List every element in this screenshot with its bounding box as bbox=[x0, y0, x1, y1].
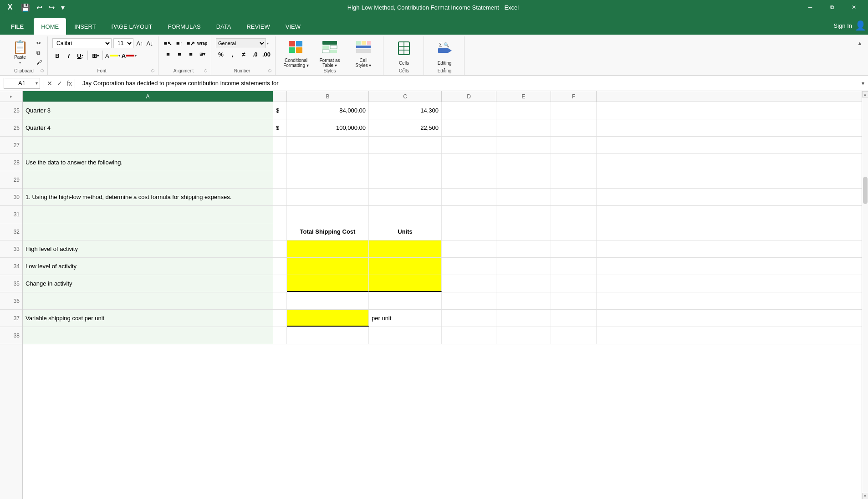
cell-f38[interactable] bbox=[551, 327, 597, 344]
cell-e36[interactable] bbox=[496, 292, 551, 309]
cell-b25[interactable]: 84,000.00 bbox=[287, 102, 369, 119]
cell-e33[interactable] bbox=[496, 240, 551, 257]
cell-e31[interactable] bbox=[496, 206, 551, 223]
cell-f28[interactable] bbox=[551, 154, 597, 171]
tab-page-layout[interactable]: PAGE LAYOUT bbox=[104, 18, 160, 35]
borders-button[interactable]: ⊞▾ bbox=[90, 51, 100, 61]
collapse-ribbon-btn[interactable]: ▲ bbox=[855, 38, 864, 48]
font-color-button[interactable]: A ▾ bbox=[122, 51, 137, 61]
cell-d38[interactable] bbox=[442, 327, 496, 344]
cell-b32[interactable]: Total Shipping Cost bbox=[287, 223, 369, 240]
row-num-27[interactable]: 27 bbox=[0, 137, 22, 154]
currency-btn[interactable]: ≠ bbox=[239, 49, 249, 59]
cell-c26[interactable]: 22,500 bbox=[369, 119, 442, 136]
row-num-36[interactable]: 36 bbox=[0, 292, 22, 310]
formula-bar-expand-btn[interactable]: ▾ bbox=[862, 80, 864, 87]
insert-function-icon[interactable]: fx bbox=[65, 79, 74, 88]
cell-a25[interactable]: Quarter 3 bbox=[23, 102, 273, 119]
cell-f37[interactable] bbox=[551, 310, 597, 327]
cell-c25[interactable]: 14,300 bbox=[369, 102, 442, 119]
cell-e37[interactable] bbox=[496, 310, 551, 327]
cell-ref-dropdown-arrow[interactable]: ▾ bbox=[36, 81, 38, 86]
cell-c31[interactable] bbox=[369, 206, 442, 223]
font-expand-icon[interactable]: ⬡ bbox=[151, 69, 154, 73]
cell-e29[interactable] bbox=[496, 171, 551, 188]
cell-f35[interactable] bbox=[551, 275, 597, 292]
alignment-expand-icon[interactable]: ⬡ bbox=[204, 69, 207, 73]
cell-d31[interactable] bbox=[442, 206, 496, 223]
cell-a35[interactable]: Change in activity bbox=[23, 275, 273, 292]
cell-a34[interactable]: Low level of activity bbox=[23, 258, 273, 275]
cell-a28[interactable]: Use the data to answer the following. bbox=[23, 154, 273, 171]
scroll-down-btn[interactable]: ▼ bbox=[862, 493, 868, 499]
col-header-c[interactable]: C bbox=[369, 91, 442, 102]
cell-f27[interactable] bbox=[551, 137, 597, 153]
cell-c33[interactable] bbox=[369, 240, 442, 257]
undo-quick-btn[interactable]: ↩ bbox=[35, 2, 44, 13]
close-btn[interactable]: ✕ bbox=[843, 0, 864, 15]
align-top-right-btn[interactable]: ≡↗ bbox=[186, 38, 196, 48]
cell-c28[interactable] bbox=[369, 154, 442, 171]
cell-c27[interactable] bbox=[369, 137, 442, 153]
cell-c30[interactable] bbox=[369, 189, 442, 205]
cell-b31[interactable] bbox=[287, 206, 369, 223]
tab-data[interactable]: DATA bbox=[209, 18, 239, 35]
cell-d34[interactable] bbox=[442, 258, 496, 275]
cell-styles-button[interactable]: CellStyles ▾ bbox=[347, 38, 379, 67]
cell-b36-dollar[interactable] bbox=[273, 292, 287, 309]
cell-d29[interactable] bbox=[442, 171, 496, 188]
row-num-32[interactable]: 32 bbox=[0, 223, 22, 240]
cell-d27[interactable] bbox=[442, 137, 496, 153]
increase-decimal-btn[interactable]: .00 bbox=[261, 49, 271, 59]
cell-c29[interactable] bbox=[369, 171, 442, 188]
cell-b35[interactable] bbox=[287, 275, 369, 292]
number-format-arrow[interactable]: ▾ bbox=[267, 41, 269, 46]
cell-e32[interactable] bbox=[496, 223, 551, 240]
row-num-37[interactable]: 37 bbox=[0, 310, 22, 327]
cell-b26-dollar[interactable]: $ bbox=[273, 119, 287, 136]
format-painter-button[interactable]: 🖌 bbox=[35, 58, 44, 67]
align-top-center-btn[interactable]: ≡↑ bbox=[174, 38, 184, 48]
cell-b35-dollar[interactable] bbox=[273, 275, 287, 292]
bold-button[interactable]: B bbox=[52, 51, 62, 61]
cell-d36[interactable] bbox=[442, 292, 496, 309]
cell-e38[interactable] bbox=[496, 327, 551, 344]
align-left-btn[interactable]: ≡ bbox=[163, 49, 173, 59]
cell-e27[interactable] bbox=[496, 137, 551, 153]
cell-d35[interactable] bbox=[442, 275, 496, 292]
vertical-scrollbar[interactable]: ▲ ▼ bbox=[862, 91, 868, 499]
row-num-29[interactable]: 29 bbox=[0, 171, 22, 189]
cell-e34[interactable] bbox=[496, 258, 551, 275]
cell-b38[interactable] bbox=[287, 327, 369, 344]
col-header-e[interactable]: E bbox=[496, 91, 551, 102]
corner-cell[interactable]: ▸ bbox=[0, 91, 22, 102]
cut-button[interactable]: ✂ bbox=[35, 39, 44, 48]
cell-d37[interactable] bbox=[442, 310, 496, 327]
cell-b26[interactable]: 100,000.00 bbox=[287, 119, 369, 136]
comma-btn[interactable]: , bbox=[227, 49, 237, 59]
cell-b29-dollar[interactable] bbox=[273, 171, 287, 188]
merge-cells-btn[interactable]: ⊞▾ bbox=[197, 49, 207, 59]
scroll-thumb-v[interactable] bbox=[863, 177, 868, 204]
col-header-f[interactable]: F bbox=[551, 91, 597, 102]
more-quick-btn[interactable]: ▾ bbox=[59, 2, 66, 13]
font-size-select[interactable]: 11 bbox=[113, 38, 133, 48]
italic-button[interactable]: I bbox=[64, 51, 74, 61]
copy-button[interactable]: ⧉ bbox=[35, 48, 44, 57]
font-name-select[interactable]: Calibri bbox=[52, 38, 112, 48]
cell-f32[interactable] bbox=[551, 223, 597, 240]
row-num-26[interactable]: 26 bbox=[0, 119, 22, 137]
cell-c37[interactable]: per unit bbox=[369, 310, 442, 327]
cell-b29[interactable] bbox=[287, 171, 369, 188]
cell-a30[interactable]: 1. Using the high-low method, determine … bbox=[23, 189, 273, 205]
tab-formulas[interactable]: FORMULAS bbox=[160, 18, 208, 35]
cell-f31[interactable] bbox=[551, 206, 597, 223]
cell-f29[interactable] bbox=[551, 171, 597, 188]
cell-e25[interactable] bbox=[496, 102, 551, 119]
paste-dropdown-arrow[interactable]: ▾ bbox=[19, 61, 21, 65]
cell-f33[interactable] bbox=[551, 240, 597, 257]
cell-f34[interactable] bbox=[551, 258, 597, 275]
highlight-dropdown-arrow[interactable]: ▾ bbox=[118, 54, 120, 58]
cell-a32[interactable] bbox=[23, 223, 273, 240]
cell-b33[interactable] bbox=[287, 240, 369, 257]
